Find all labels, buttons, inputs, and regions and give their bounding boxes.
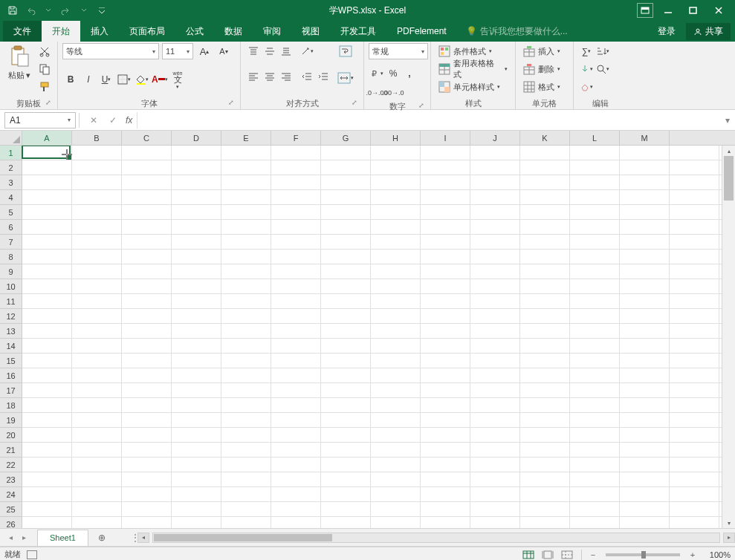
tab-view[interactable]: 视图	[291, 21, 330, 42]
login-button[interactable]: 登录	[652, 24, 681, 39]
minimize-button[interactable]	[658, 3, 679, 18]
font-size-combo[interactable]: 11▾	[162, 43, 193, 59]
accounting-format-icon[interactable]: ₽▾	[369, 65, 385, 82]
delete-cells-button[interactable]: 删除▾	[520, 61, 563, 77]
redo-icon[interactable]	[58, 2, 74, 19]
formula-input[interactable]	[137, 112, 720, 128]
undo-icon[interactable]	[22, 2, 39, 19]
col-header-D[interactable]: D	[172, 131, 221, 145]
row-header-4[interactable]: 4	[0, 190, 22, 205]
row-header-7[interactable]: 7	[0, 235, 22, 250]
qat-customize-icon[interactable]	[94, 2, 110, 19]
font-color-icon[interactable]: A▾	[152, 71, 168, 88]
row-header-17[interactable]: 17	[0, 383, 22, 398]
number-format-combo[interactable]: 常规▾	[369, 43, 428, 59]
row-header-16[interactable]: 16	[0, 368, 22, 383]
vertical-scrollbar[interactable]: ▴ ▾	[722, 146, 735, 528]
percent-icon[interactable]: %	[385, 65, 401, 82]
undo-dropdown-icon[interactable]	[40, 2, 56, 19]
row-header-8[interactable]: 8	[0, 250, 22, 264]
border-icon[interactable]: ▾	[116, 71, 132, 88]
sheet-prev-icon[interactable]: ◂	[4, 532, 16, 544]
col-header-M[interactable]: M	[620, 131, 670, 145]
clear-icon[interactable]: ▾	[578, 79, 595, 95]
phonetic-icon[interactable]: wén文▾	[169, 71, 186, 88]
cell-styles-button[interactable]: 单元格样式▾	[436, 79, 503, 95]
tab-page-layout[interactable]: 页面布局	[119, 21, 175, 42]
autosum-icon[interactable]: ∑▾	[578, 43, 595, 59]
conditional-format-button[interactable]: 条件格式▾	[436, 43, 495, 59]
row-header-11[interactable]: 11	[0, 294, 22, 309]
row-header-12[interactable]: 12	[0, 309, 22, 324]
row-header-6[interactable]: 6	[0, 220, 22, 235]
tab-review[interactable]: 审阅	[253, 21, 291, 42]
zoom-percent[interactable]: 100%	[701, 550, 731, 559]
comma-icon[interactable]: ,	[401, 65, 418, 82]
name-box[interactable]: A1▾	[4, 112, 76, 128]
col-header-A[interactable]: A	[22, 131, 72, 145]
col-header-I[interactable]: I	[421, 131, 470, 145]
row-header-25[interactable]: 25	[0, 502, 22, 517]
hscroll-thumb[interactable]	[154, 534, 332, 541]
copy-icon[interactable]	[36, 61, 53, 77]
tab-file[interactable]: 文件	[3, 21, 42, 42]
cut-icon[interactable]	[36, 43, 53, 59]
row-header-19[interactable]: 19	[0, 413, 22, 428]
font-launcher-icon[interactable]: ⤢	[228, 99, 237, 108]
sort-filter-icon[interactable]: ▾	[595, 43, 611, 59]
col-header-G[interactable]: G	[321, 131, 371, 145]
cell-area[interactable]	[22, 146, 722, 528]
increase-font-icon[interactable]: A▴	[196, 43, 213, 59]
row-header-21[interactable]: 21	[0, 443, 22, 458]
enter-icon[interactable]: ✓	[103, 112, 123, 128]
sheet-next-icon[interactable]: ▸	[18, 532, 30, 544]
row-header-22[interactable]: 22	[0, 458, 22, 472]
scroll-down-icon[interactable]: ▾	[722, 518, 735, 528]
fill-icon[interactable]: ▾	[578, 61, 595, 77]
row-header-1[interactable]: 1	[0, 146, 22, 160]
align-launcher-icon[interactable]: ⤢	[352, 99, 360, 108]
select-all-button[interactable]	[0, 131, 22, 145]
align-top-icon[interactable]	[245, 43, 262, 59]
col-header-K[interactable]: K	[520, 131, 570, 145]
tab-home[interactable]: 开始	[42, 21, 80, 42]
share-button[interactable]: 共享	[686, 23, 731, 40]
zoom-slider[interactable]	[606, 553, 680, 556]
active-cell-A1[interactable]	[22, 146, 71, 159]
macro-record-icon[interactable]	[27, 550, 37, 559]
vscroll-thumb[interactable]	[724, 156, 734, 201]
orientation-icon[interactable]: ▾	[299, 43, 315, 59]
normal-view-icon[interactable]	[520, 549, 537, 561]
sheet-tab-sheet1[interactable]: Sheet1	[37, 530, 88, 546]
row-header-3[interactable]: 3	[0, 175, 22, 190]
col-header-C[interactable]: C	[122, 131, 172, 145]
align-bottom-icon[interactable]	[278, 43, 294, 59]
tab-formulas[interactable]: 公式	[175, 21, 214, 42]
decrease-font-icon[interactable]: A▾	[216, 43, 232, 59]
paste-button[interactable]: 粘贴▾	[4, 43, 33, 81]
col-header-B[interactable]: B	[72, 131, 122, 145]
underline-icon[interactable]: U▾	[98, 71, 114, 88]
row-header-9[interactable]: 9	[0, 264, 22, 279]
close-button[interactable]	[708, 3, 729, 18]
tab-data[interactable]: 数据	[214, 21, 253, 42]
format-cells-button[interactable]: 格式▾	[520, 79, 563, 95]
redo-dropdown-icon[interactable]	[76, 2, 92, 19]
row-header-14[interactable]: 14	[0, 339, 22, 354]
col-header-J[interactable]: J	[470, 131, 520, 145]
ribbon-display-options-icon[interactable]	[637, 3, 653, 18]
page-break-view-icon[interactable]	[559, 549, 575, 561]
cancel-icon[interactable]: ✕	[84, 112, 103, 128]
fill-color-icon[interactable]: ▾	[134, 71, 150, 88]
number-launcher-icon[interactable]: ⤢	[418, 102, 427, 111]
font-name-combo[interactable]: 等线▾	[62, 43, 159, 59]
format-as-table-button[interactable]: 套用表格格式▾	[436, 61, 511, 77]
scroll-up-icon[interactable]: ▴	[722, 146, 735, 156]
add-sheet-button[interactable]: ⊕	[93, 530, 111, 546]
tab-developer[interactable]: 开发工具	[330, 21, 386, 42]
decrease-decimal-icon[interactable]: .00→.0	[385, 85, 401, 101]
merge-center-icon[interactable]: ▾	[337, 70, 354, 86]
zoom-in-button[interactable]: +	[687, 550, 698, 560]
col-header-F[interactable]: F	[271, 131, 321, 145]
col-header-E[interactable]: E	[221, 131, 271, 145]
